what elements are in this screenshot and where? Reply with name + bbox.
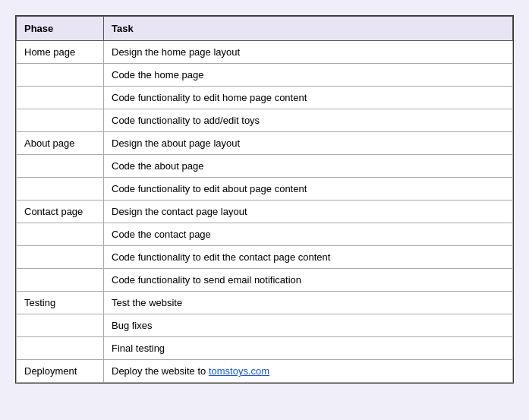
phase-cell: Home page bbox=[17, 41, 104, 64]
task-cell: Code functionality to edit home page con… bbox=[104, 87, 513, 109]
table-row: Bug fixes bbox=[17, 314, 513, 337]
phase-cell bbox=[17, 314, 104, 337]
task-cell: Code the contact page bbox=[104, 223, 513, 246]
table-row: Code the about page bbox=[17, 155, 513, 178]
phase-cell: Testing bbox=[17, 292, 104, 314]
task-cell: Code functionality to add/edit toys bbox=[104, 109, 513, 132]
phase-header: Phase bbox=[17, 17, 104, 41]
phase-cell bbox=[17, 155, 104, 178]
table-row: Code functionality to edit home page con… bbox=[17, 87, 513, 109]
project-table: Phase Task Home pageDesign the home page… bbox=[15, 15, 514, 384]
table-row: Code functionality to add/edit toys bbox=[17, 109, 513, 132]
table-row: Code functionality to edit about page co… bbox=[17, 178, 513, 201]
phase-cell: About page bbox=[17, 132, 104, 155]
phase-cell bbox=[17, 109, 104, 132]
task-cell: Bug fixes bbox=[104, 314, 513, 337]
task-cell: Deploy the website to tomstoys.com bbox=[104, 360, 513, 383]
task-cell: Code functionality to edit the contact p… bbox=[104, 246, 513, 269]
phase-cell bbox=[17, 178, 104, 201]
table-row: Code functionality to edit the contact p… bbox=[17, 246, 513, 269]
task-cell: Code the about page bbox=[104, 155, 513, 178]
deployment-link[interactable]: tomstoys.com bbox=[209, 365, 269, 377]
task-cell: Code functionality to edit about page co… bbox=[104, 178, 513, 201]
phase-cell bbox=[17, 223, 104, 246]
phase-cell bbox=[17, 246, 104, 269]
task-header: Task bbox=[104, 17, 513, 41]
phase-cell bbox=[17, 337, 104, 360]
task-cell: Design the about page layout bbox=[104, 132, 513, 155]
table-row: Home pageDesign the home page layout bbox=[17, 41, 513, 64]
table-row: Code functionality to send email notific… bbox=[17, 269, 513, 292]
task-cell: Code functionality to send email notific… bbox=[104, 269, 513, 292]
table-row: Code the home page bbox=[17, 64, 513, 87]
table-row: Contact pageDesign the contact page layo… bbox=[17, 201, 513, 223]
phase-cell bbox=[17, 87, 104, 109]
task-cell: Final testing bbox=[104, 337, 513, 360]
phase-cell bbox=[17, 64, 104, 87]
table-row: About pageDesign the about page layout bbox=[17, 132, 513, 155]
table-row: DeploymentDeploy the website to tomstoys… bbox=[17, 360, 513, 383]
table-header-row: Phase Task bbox=[17, 17, 513, 41]
table-row: Code the contact page bbox=[17, 223, 513, 246]
phase-cell: Deployment bbox=[17, 360, 104, 383]
task-cell: Design the contact page layout bbox=[104, 201, 513, 223]
phase-cell: Contact page bbox=[17, 201, 104, 223]
table-row: Final testing bbox=[17, 337, 513, 360]
task-cell: Code the home page bbox=[104, 64, 513, 87]
task-cell: Design the home page layout bbox=[104, 41, 513, 64]
task-cell: Test the website bbox=[104, 292, 513, 314]
table-row: TestingTest the website bbox=[17, 292, 513, 314]
phase-cell bbox=[17, 269, 104, 292]
